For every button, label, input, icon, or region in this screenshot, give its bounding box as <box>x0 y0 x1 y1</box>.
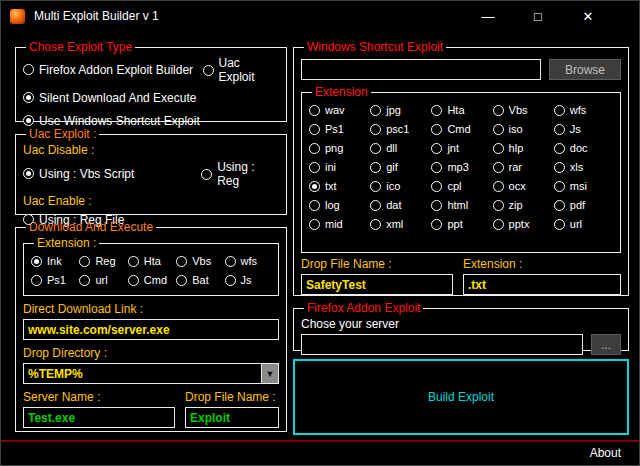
radio-html[interactable]: html <box>431 199 490 211</box>
radio-jpg[interactable]: jpg <box>370 104 429 116</box>
radio-wfs[interactable]: wfs <box>225 255 271 267</box>
maximize-button[interactable]: □ <box>513 1 563 31</box>
radio-wfs[interactable]: wfs <box>554 104 613 116</box>
about-link[interactable]: About <box>590 446 621 460</box>
radio-xml[interactable]: xml <box>370 218 429 230</box>
radio-gif[interactable]: gif <box>370 161 429 173</box>
radio-ink[interactable]: Ink <box>31 255 77 267</box>
ellipsis-button[interactable]: ... <box>591 334 621 355</box>
group-windows-shortcut-exploit: Windows Shortcut Exploit Browse Extensio… <box>293 40 629 296</box>
radio-wav[interactable]: wav <box>309 104 368 116</box>
radio-hta[interactable]: Hta <box>431 104 490 116</box>
drop-file-name-input[interactable] <box>185 407 279 428</box>
window-title: Multi Exploit Builder v 1 <box>34 9 159 23</box>
radio-vbs[interactable]: Vbs <box>493 104 552 116</box>
group-shortcut-extension: Extension wavjpgHtaVbswfsPs1psc1CmdisoJs… <box>301 85 621 253</box>
radio-ps1[interactable]: Ps1 <box>309 123 368 135</box>
radio-use-windows-shortcut-exploit[interactable]: Use Windows Shortcut Exploit <box>23 114 200 128</box>
radio-icon <box>201 169 212 180</box>
titlebar: Multi Exploit Builder v 1 — □ ✕ <box>1 1 639 31</box>
chevron-down-icon[interactable]: ▼ <box>261 364 278 383</box>
radio-mid[interactable]: mid <box>309 218 368 230</box>
radio-cmd[interactable]: Cmd <box>128 274 174 286</box>
minimize-button[interactable]: — <box>463 1 513 31</box>
radio-pptx[interactable]: pptx <box>493 218 552 230</box>
radio-label: Using : Reg <box>217 160 279 188</box>
group-windows-shortcut-exploit-title: Windows Shortcut Exploit <box>304 40 446 54</box>
radio-hta[interactable]: Hta <box>128 255 174 267</box>
radio-dat[interactable]: dat <box>370 199 429 211</box>
radio-xls[interactable]: xls <box>554 161 613 173</box>
shortcut-extension-input[interactable] <box>463 274 621 295</box>
radio-doc[interactable]: doc <box>554 142 613 154</box>
radio-icon <box>554 143 565 154</box>
radio-icon <box>31 275 42 286</box>
radio-using-reg[interactable]: Using : Reg <box>201 160 279 188</box>
radio-cmd[interactable]: Cmd <box>431 123 490 135</box>
firefox-server-input[interactable] <box>301 334 583 355</box>
radio-label: rar <box>509 161 522 173</box>
radio-label: wfs <box>570 104 587 116</box>
drop-directory-select[interactable]: %TEMP% ▼ <box>23 363 279 384</box>
close-button[interactable]: ✕ <box>563 1 613 31</box>
group-download-extension: Extension : InkRegHtaVbswfsPs1urlCmdBatJ… <box>23 236 279 296</box>
radio-dll[interactable]: dll <box>370 142 429 154</box>
group-uac-exploit-title: Uac Exploit : <box>26 127 99 141</box>
build-exploit-button[interactable]: Build Exploit <box>293 359 629 435</box>
radio-label: Hta <box>447 104 464 116</box>
browse-button[interactable]: Browse <box>549 59 621 80</box>
radio-reg[interactable]: Reg <box>79 255 125 267</box>
radio-label: wfs <box>241 255 258 267</box>
radio-icon <box>493 143 504 154</box>
radio-hlp[interactable]: hlp <box>493 142 552 154</box>
radio-label: pdf <box>570 199 585 211</box>
radio-mp3[interactable]: mp3 <box>431 161 490 173</box>
app-window: Multi Exploit Builder v 1 — □ ✕ Chose Ex… <box>0 0 640 466</box>
radio-png[interactable]: png <box>309 142 368 154</box>
radio-pdf[interactable]: pdf <box>554 199 613 211</box>
radio-icon <box>79 275 90 286</box>
radio-iso[interactable]: iso <box>493 123 552 135</box>
radio-ps1[interactable]: Ps1 <box>31 274 77 286</box>
uac-enable-label: Uac Enable : <box>23 194 279 208</box>
radio-log[interactable]: log <box>309 199 368 211</box>
radio-label: ini <box>325 161 336 173</box>
radio-msi[interactable]: msi <box>554 180 613 192</box>
radio-rar[interactable]: rar <box>493 161 552 173</box>
radio-cpl[interactable]: cpl <box>431 180 490 192</box>
radio-zip[interactable]: zip <box>493 199 552 211</box>
radio-url[interactable]: url <box>79 274 125 286</box>
radio-icon <box>23 115 34 126</box>
download-extension-grid: InkRegHtaVbswfsPs1urlCmdBatJs <box>31 252 271 286</box>
radio-label: ppt <box>447 218 462 230</box>
radio-label: iso <box>509 123 523 135</box>
radio-uac-exploit[interactable]: Uac Exploit <box>203 56 280 84</box>
radio-psc1[interactable]: psc1 <box>370 123 429 135</box>
server-name-input[interactable] <box>23 407 175 428</box>
radio-icon <box>79 256 90 267</box>
radio-vbs[interactable]: Vbs <box>176 255 222 267</box>
radio-icon <box>431 219 442 230</box>
radio-txt[interactable]: txt <box>309 180 368 192</box>
radio-using-vbs-script[interactable]: Using : Vbs Script <box>23 167 134 181</box>
shortcut-path-input[interactable] <box>301 59 541 80</box>
drop-directory-label: Drop Directory : <box>23 346 279 360</box>
radio-icon <box>309 162 320 173</box>
radio-ocx[interactable]: ocx <box>493 180 552 192</box>
direct-download-link-input[interactable] <box>23 319 279 340</box>
radio-ini[interactable]: ini <box>309 161 368 173</box>
radio-ppt[interactable]: ppt <box>431 218 490 230</box>
radio-bat[interactable]: Bat <box>176 274 222 286</box>
left-column: Chose Exploit Type Firefox Addon Exploit… <box>15 35 287 432</box>
radio-jnt[interactable]: jnt <box>431 142 490 154</box>
radio-js[interactable]: Js <box>554 123 613 135</box>
group-download-extension-title: Extension : <box>34 236 99 250</box>
radio-firefox-addon-exploit-builder[interactable]: Firefox Addon Exploit Builder <box>23 63 193 77</box>
radio-url[interactable]: url <box>554 218 613 230</box>
radio-ico[interactable]: ico <box>370 180 429 192</box>
radio-js[interactable]: Js <box>225 274 271 286</box>
radio-icon <box>493 181 504 192</box>
radio-silent-download-and-execute[interactable]: Silent Download And Execute <box>23 91 196 105</box>
radio-icon <box>493 105 504 116</box>
shortcut-drop-file-input[interactable] <box>301 274 453 295</box>
